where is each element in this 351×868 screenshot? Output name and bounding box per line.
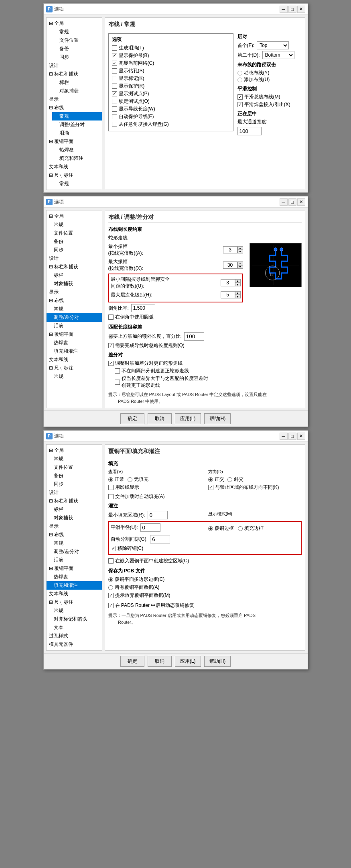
maximize-btn-3[interactable]: □ bbox=[288, 433, 296, 440]
min-ampl-down[interactable]: ▼ bbox=[237, 250, 243, 253]
add-route-radio[interactable]: 添加布线(U) bbox=[237, 76, 302, 83]
cb-showprotect-box[interactable] bbox=[112, 84, 117, 89]
cb-hatch[interactable]: 用影线显示 bbox=[108, 484, 202, 491]
cb-teardrop[interactable]: 生成泪滴(T) bbox=[112, 45, 230, 51]
sidebar2-objcap[interactable]: 对象捕获 bbox=[47, 280, 102, 288]
max-ampl-value[interactable] bbox=[223, 261, 237, 269]
fill-normal-radio-btn[interactable] bbox=[108, 477, 113, 482]
save-alldata-radio[interactable]: 所有覆铜平面数据(A) bbox=[108, 584, 302, 591]
add-route-radio-btn[interactable] bbox=[237, 78, 242, 82]
apply-btn-3[interactable]: 应用(L) bbox=[175, 656, 201, 667]
sidebar3-fileloc[interactable]: 文件位置 bbox=[47, 463, 102, 472]
min-ampl-value[interactable] bbox=[223, 246, 237, 253]
max-ampl-up[interactable]: ▲ bbox=[237, 261, 243, 265]
cb-diff1[interactable]: 调整时添加差分对更正蛇形走线 bbox=[108, 360, 302, 367]
cb-diffdir-box[interactable] bbox=[208, 485, 213, 490]
sidebar-item-design-1[interactable]: 设计 bbox=[47, 61, 102, 70]
sidebar2-thermalpad[interactable]: 热焊盘 bbox=[47, 339, 102, 347]
sidebar3-textline[interactable]: 文本和线 bbox=[47, 590, 102, 598]
cb-showlen-box[interactable] bbox=[112, 106, 117, 112]
second-layer-select[interactable]: Bottom Top bbox=[262, 51, 294, 59]
cb-dynamicrepair[interactable]: 在 PADS Router 中启用动态覆铜修复 bbox=[108, 602, 302, 609]
sidebar-item-teardrop-1[interactable]: 泪滴 bbox=[52, 129, 102, 137]
sidebar3-copper[interactable]: ⊟ 覆铜平面 bbox=[47, 564, 102, 573]
minimize-btn-1[interactable]: ─ bbox=[280, 6, 288, 13]
close-btn-1[interactable]: ✕ bbox=[297, 6, 305, 13]
cb-shownet-box[interactable] bbox=[112, 61, 117, 66]
copper-border-radio-btn[interactable] bbox=[208, 526, 213, 531]
sidebar2-padcap[interactable]: ⊟ 标栏和捕获 bbox=[47, 263, 102, 271]
cb-showguard[interactable]: 显示保护带(B) bbox=[112, 52, 230, 59]
ok-btn-3[interactable]: 确定 bbox=[120, 656, 144, 667]
cb-diff2-box[interactable] bbox=[115, 368, 120, 374]
cb-showguard-box[interactable] bbox=[112, 53, 117, 58]
min-gap-value[interactable] bbox=[221, 279, 235, 286]
minimize-btn-2[interactable]: ─ bbox=[280, 198, 288, 206]
min-gap-down[interactable]: ▼ bbox=[235, 283, 241, 286]
sidebar3-objcap[interactable]: 对象捕获 bbox=[47, 514, 102, 522]
cb-showtestpoint-box[interactable] bbox=[112, 91, 117, 96]
cb-roundcorner[interactable]: 在倒角中使用圆弧 bbox=[108, 314, 243, 321]
cb-removecopper-box[interactable] bbox=[111, 546, 116, 551]
cb-smoothbus[interactable]: 平滑总线布线(M) bbox=[237, 94, 302, 100]
sidebar3-global[interactable]: ⊟ 全局 bbox=[47, 446, 102, 455]
cb-embedcopper-box[interactable] bbox=[108, 558, 114, 564]
sidebar2-fileloc[interactable]: 文件位置 bbox=[47, 229, 102, 237]
cancel-btn-2[interactable]: 取消 bbox=[148, 413, 172, 424]
save-alldata-radio-btn[interactable] bbox=[108, 585, 113, 590]
apply-btn-2[interactable]: 应用(L) bbox=[175, 413, 201, 424]
cb-roundcorner-box[interactable] bbox=[108, 315, 114, 320]
sidebar-item-global-1[interactable]: ⊟ 全局 bbox=[47, 19, 102, 28]
sidebar3-thermalpad[interactable]: 热焊盘 bbox=[47, 573, 102, 581]
sidebar2-sync[interactable]: 同步 bbox=[47, 246, 102, 254]
cb-dynamicrepair-box[interactable] bbox=[108, 603, 114, 608]
sidebar-item-padcapture-1[interactable]: ⊟ 标栏和捕获 bbox=[47, 70, 102, 78]
sidebar-item-routing-normal-1[interactable]: 常规 bbox=[52, 112, 102, 120]
maximize-btn-2[interactable]: □ bbox=[288, 198, 296, 206]
cb-shownet[interactable]: 亮显当前网络(C) bbox=[112, 60, 230, 67]
sidebar3-dim-normal[interactable]: 常规 bbox=[47, 607, 102, 615]
add-amount-input[interactable] bbox=[184, 332, 204, 341]
sidebar3-teardrop[interactable]: 泪滴 bbox=[47, 556, 102, 564]
sidebar-item-dim-1[interactable]: ⊟ 尺寸标注 bbox=[47, 171, 102, 180]
save-polygon-radio-btn[interactable] bbox=[108, 577, 113, 582]
minimize-btn-3[interactable]: ─ bbox=[280, 433, 288, 440]
sidebar3-via[interactable]: 过孔样式 bbox=[47, 632, 102, 640]
cb-smoothbus-box[interactable] bbox=[237, 94, 243, 100]
help-btn-2[interactable]: 帮助(H) bbox=[204, 413, 231, 424]
fill-none-radio[interactable]: 无填充 bbox=[128, 476, 148, 483]
auto-split-input[interactable] bbox=[150, 535, 170, 543]
sidebar2-teardrop[interactable]: 泪滴 bbox=[47, 322, 102, 330]
sidebar3-mold[interactable]: 模具元器件 bbox=[47, 640, 102, 649]
cb-anyangle[interactable]: 从任意角度接入焊盘(G) bbox=[112, 121, 230, 128]
cb-locktestpoint-box[interactable] bbox=[112, 99, 117, 104]
sidebar3-routing-normal[interactable]: 常规 bbox=[47, 539, 102, 547]
sidebar3-backup[interactable]: 备份 bbox=[47, 472, 102, 480]
cb-anyangle-box[interactable] bbox=[112, 122, 117, 127]
dir-ortho-radio[interactable]: 正交 bbox=[208, 476, 224, 483]
sidebar-item-textline-1[interactable]: 文本和线 bbox=[47, 163, 102, 171]
fill-border-radio[interactable]: 填充边框 bbox=[238, 525, 264, 532]
sidebar3-normal[interactable]: 常规 bbox=[47, 455, 102, 463]
sidebar2-backup[interactable]: 备份 bbox=[47, 237, 102, 246]
sidebar3-display[interactable]: 显示 bbox=[47, 522, 102, 531]
sidebar2-fillandpour[interactable]: 填充和灌注 bbox=[47, 347, 102, 355]
cb-abandon[interactable]: 提示放弃覆铜平面数据(M) bbox=[108, 592, 302, 599]
min-ampl-up[interactable]: ▲ bbox=[237, 246, 243, 250]
cb-showprotect[interactable]: 显示保护(R) bbox=[112, 83, 230, 90]
cb-diff3[interactable]: 仅当长度差异大于与之匹配的长度容差时创建更正蛇形走线 bbox=[115, 375, 302, 389]
sidebar-item-fileloc-1[interactable]: 文件位置 bbox=[52, 36, 102, 45]
sidebar-item-dim-normal-1[interactable]: 常规 bbox=[52, 180, 102, 188]
cb-removecopper[interactable]: 移除碎铜(C) bbox=[111, 545, 299, 552]
max-ampl-down[interactable]: ▼ bbox=[237, 265, 243, 269]
help-btn-3[interactable]: 帮助(H) bbox=[204, 656, 231, 667]
cb-autofill[interactable]: 文件加载时自动填充(A) bbox=[108, 493, 302, 500]
copper-border-radio[interactable]: 覆铜边框 bbox=[208, 525, 234, 532]
maximize-btn-1[interactable]: □ bbox=[288, 6, 296, 13]
min-gap-up[interactable]: ▲ bbox=[235, 279, 241, 283]
save-polygon-radio[interactable]: 覆铜平面多边形边框(C) bbox=[108, 576, 302, 583]
cb-hatch-box[interactable] bbox=[108, 485, 114, 490]
sidebar-item-routing-adjust-1[interactable]: 调整/差分对 bbox=[52, 120, 102, 129]
cancel-btn-3[interactable]: 取消 bbox=[148, 656, 172, 667]
corner-ratio-input[interactable] bbox=[131, 304, 155, 312]
